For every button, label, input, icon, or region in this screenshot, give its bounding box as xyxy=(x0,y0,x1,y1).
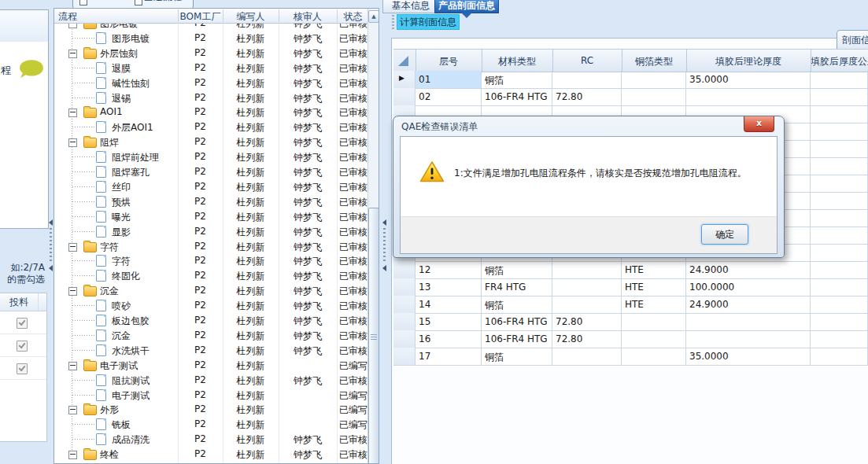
thickness-tolerance-cell[interactable] xyxy=(811,313,868,330)
theory-thickness-cell[interactable]: 24.9000 xyxy=(686,296,811,313)
expand-toggle[interactable] xyxy=(68,109,77,117)
comment-bubble-icon[interactable] xyxy=(19,59,44,79)
scrollbar-thumb[interactable] xyxy=(368,208,379,464)
tree-row[interactable]: 阻焊塞孔P2杜列新钟梦飞已审核 xyxy=(54,164,369,179)
expand-toggle[interactable] xyxy=(68,362,77,370)
tab-basic-info[interactable]: 基本信息 xyxy=(382,0,439,13)
grid-row[interactable]: 13FR4 HTGHTE100.0000 xyxy=(393,278,868,296)
expand-toggle[interactable] xyxy=(68,287,77,296)
expand-toggle[interactable] xyxy=(68,406,77,414)
column-header[interactable]: 流程 xyxy=(54,10,182,24)
expand-toggle[interactable] xyxy=(68,243,77,252)
copper-type-cell[interactable] xyxy=(622,330,686,348)
column-header[interactable]: 填胶后理论厚度 xyxy=(686,55,811,68)
feed-checkbox[interactable] xyxy=(17,318,28,329)
tree-row[interactable]: 图形电镀P2杜列新钟梦飞已审核 xyxy=(54,31,369,46)
scroll-up-button[interactable]: ▲ xyxy=(368,10,379,23)
thickness-tolerance-cell[interactable] xyxy=(811,140,868,157)
tree-row[interactable]: 沉金P2杜列新钟梦飞已审核 xyxy=(54,328,369,343)
tree-scrollbar[interactable]: ▲ xyxy=(368,9,379,464)
tree-row[interactable]: 喷砂P2杜列新钟梦飞已审核 xyxy=(54,298,369,313)
tree-row[interactable]: 外形P2杜列新已编写 xyxy=(54,402,369,417)
copper-type-cell[interactable] xyxy=(622,71,686,88)
theory-thickness-cell[interactable] xyxy=(686,88,811,105)
dialog-close-button[interactable]: x xyxy=(744,116,774,132)
ok-button[interactable]: 确定 xyxy=(701,224,748,245)
tree-row[interactable]: 丝印P2杜列新钟梦飞已审核 xyxy=(54,179,369,194)
layer-cell[interactable]: 12 xyxy=(416,261,482,278)
tree-row[interactable]: 终检P2杜列新钟梦飞已审核 xyxy=(54,447,369,462)
thickness-tolerance-cell[interactable] xyxy=(811,209,868,226)
material-cell[interactable]: 106-FR4 HTG xyxy=(482,330,552,348)
thickness-tolerance-cell[interactable] xyxy=(811,330,868,348)
thickness-tolerance-cell[interactable] xyxy=(811,105,868,123)
tree-row[interactable]: 退锡P2杜列新钟梦飞已审核 xyxy=(54,90,369,105)
column-header[interactable]: 层号 xyxy=(416,55,482,68)
expand-toggle[interactable] xyxy=(68,50,77,58)
layer-cell[interactable]: 13 xyxy=(416,278,482,296)
panel-splitter-left[interactable] xyxy=(48,0,54,464)
material-cell[interactable]: 铜箔 xyxy=(482,71,552,88)
collapse-arrow-icon[interactable] xyxy=(382,265,386,271)
tree-row[interactable]: 铣板P2杜列新已编写 xyxy=(54,417,369,432)
calc-section-button[interactable]: 计算剖面信息 xyxy=(397,14,460,30)
select-all-checkbox[interactable] xyxy=(135,0,142,6)
row-selector[interactable] xyxy=(393,278,416,296)
grid-row[interactable]: 15106-FR4 HTG72.80 xyxy=(393,313,868,331)
column-header[interactable]: 铜箔类型 xyxy=(622,55,686,68)
tree-row[interactable]: 终固化P2杜列新钟梦飞已审核 xyxy=(54,268,369,283)
feed-row[interactable] xyxy=(0,334,46,357)
feed-checkbox[interactable] xyxy=(17,363,28,374)
toolbar-grip[interactable] xyxy=(392,15,394,29)
column-header[interactable]: 编写人 xyxy=(223,10,279,24)
rc-cell[interactable] xyxy=(552,278,622,296)
tree-row[interactable]: AOI1P2杜列新钟梦飞已审核 xyxy=(54,105,369,120)
splitter-grip[interactable] xyxy=(383,228,386,263)
row-selector[interactable] xyxy=(393,313,416,330)
thickness-tolerance-cell[interactable] xyxy=(811,226,868,244)
theory-thickness-cell[interactable] xyxy=(686,313,811,330)
layer-cell[interactable]: 16 xyxy=(416,330,482,348)
grid-row[interactable]: 12铜箔HTE24.9000 xyxy=(393,261,868,279)
rc-cell[interactable] xyxy=(552,296,622,313)
thickness-tolerance-cell[interactable] xyxy=(811,348,868,365)
copper-type-cell[interactable]: HTE xyxy=(622,278,686,296)
theory-thickness-cell[interactable] xyxy=(686,330,811,348)
current-row-indicator[interactable]: ▶ xyxy=(393,71,416,88)
tree-row[interactable]: 阻焊P2杜列新钟梦飞已审核 xyxy=(54,134,369,149)
thickness-tolerance-cell[interactable] xyxy=(811,192,868,209)
collapse-arrow-icon[interactable] xyxy=(49,265,53,271)
column-header[interactable]: 材料类型 xyxy=(482,55,552,68)
column-header[interactable]: BOM工厂 xyxy=(178,10,223,24)
layer-cell[interactable]: 17 xyxy=(416,348,482,365)
material-cell[interactable]: 106-FR4 HTG xyxy=(482,88,552,105)
tree-row[interactable]: 板边包胶P2杜列新钟梦飞已审核 xyxy=(54,313,369,328)
column-header[interactable]: 核审人 xyxy=(279,10,337,24)
tree-row[interactable]: 沉金P2杜列新钟梦飞已审核 xyxy=(54,283,369,298)
thickness-tolerance-cell[interactable] xyxy=(811,278,868,296)
layer-cell[interactable]: 02 xyxy=(416,88,482,105)
thickness-tolerance-cell[interactable] xyxy=(811,244,868,261)
row-selector[interactable] xyxy=(393,261,416,278)
copper-type-cell[interactable]: HTE xyxy=(622,296,686,313)
tree-row[interactable]: 阻焊前处理P2杜列新钟梦飞已审核 xyxy=(54,149,369,164)
row-selector[interactable] xyxy=(393,348,416,365)
section-corner-tab[interactable]: 剖面信息 xyxy=(837,30,868,50)
grid-row[interactable]: 17铜箔35.0000 xyxy=(393,348,868,366)
tree-row[interactable]: 碱性蚀刻P2杜列新钟梦飞已审核 xyxy=(54,75,369,90)
row-selector[interactable] xyxy=(393,296,416,313)
rc-cell[interactable] xyxy=(552,261,622,278)
tab-product-section-info[interactable]: 产品剖面信息 xyxy=(434,0,499,13)
feed-row[interactable] xyxy=(0,357,46,380)
tree-row[interactable]: 预烘P2杜列新钟梦飞已审核 xyxy=(54,194,369,209)
expand-toggle[interactable] xyxy=(68,138,77,147)
rc-cell[interactable]: 72.80 xyxy=(552,313,622,330)
thickness-tolerance-cell[interactable] xyxy=(811,71,868,88)
column-header[interactable]: 状态 xyxy=(337,10,369,24)
feed-row[interactable] xyxy=(0,311,46,334)
material-cell[interactable]: FR4 HTG xyxy=(482,278,552,296)
expand-toggle[interactable] xyxy=(68,451,77,459)
tree-row[interactable]: 水洗烘干P2杜列新钟梦飞已审核 xyxy=(54,343,369,358)
row-selector[interactable] xyxy=(393,88,416,105)
material-cell[interactable]: 铜箔 xyxy=(482,296,552,313)
